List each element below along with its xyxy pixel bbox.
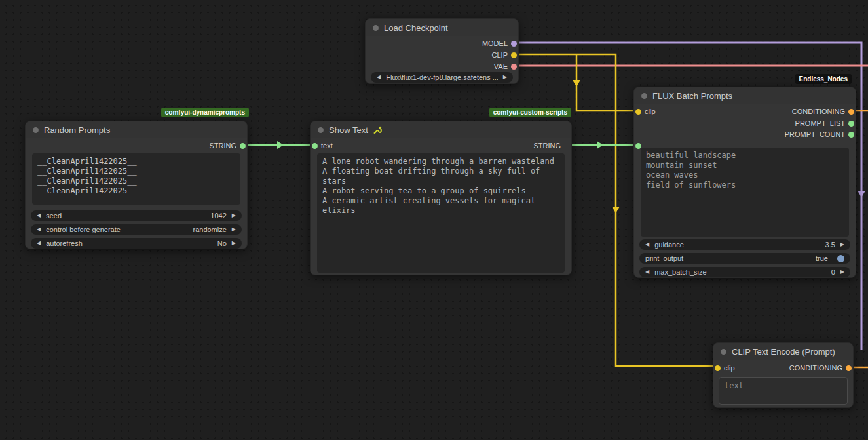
widget-label-max-batch-size: max_batch_size [654, 268, 707, 276]
output-label-clip: CLIP [492, 51, 508, 59]
wire-arrow-clip-1 [573, 80, 580, 87]
node-title: Load Checkpoint [384, 23, 448, 33]
node-badge-dynamicprompts: comfyui-dynamicprompts [161, 108, 249, 117]
prompt-text-area[interactable]: __CleanApril1422025__ __CleanApril142202… [32, 153, 240, 205]
node-title: Random Prompts [44, 125, 110, 135]
output-row-clip: CLIP [366, 50, 518, 60]
widget-value-guidance: 3.5 [825, 241, 835, 249]
node-flux-batch-prompts[interactable]: FLUX Batch Prompts clip CONDITIONING PRO… [633, 87, 856, 278]
io-row: text STRING [311, 140, 571, 151]
shown-text-area[interactable]: A lone robot wandering through a barren … [317, 153, 565, 273]
widget-label-control: control before generate [46, 226, 121, 233]
node-graph-canvas[interactable]: comfyui-dynamicprompts comfyui-custom-sc… [0, 0, 868, 440]
stepper-left-icon[interactable]: ◀ [37, 213, 41, 218]
collapse-icon[interactable] [641, 93, 647, 99]
node-header[interactable]: Show Text [311, 121, 571, 138]
output-port-string[interactable] [240, 143, 246, 149]
stepper-right-icon[interactable]: ▶ [840, 242, 844, 247]
output-port-vae[interactable] [511, 64, 517, 70]
node-header[interactable]: CLIP Text Encode (Prompt) [713, 343, 853, 360]
output-port-model[interactable] [511, 41, 517, 47]
io-row-clip-conditioning: clip CONDITIONING [713, 363, 853, 373]
output-port-prompt-count[interactable] [848, 132, 854, 138]
output-row-vae: VAE [366, 61, 518, 71]
node-random-prompts[interactable]: Random Prompts STRING __CleanApril142202… [25, 121, 248, 249]
widget-label-seed: seed [46, 212, 62, 220]
widget-label-autorefresh: autorefresh [46, 239, 83, 247]
node-show-text[interactable]: Show Text text STRING A lone robot wande… [310, 121, 572, 275]
collapse-icon[interactable] [373, 25, 379, 31]
output-label-string: STRING [209, 142, 236, 150]
stepper-left-icon[interactable]: ◀ [645, 270, 649, 275]
output-port-clip[interactable] [511, 52, 517, 58]
wire-arrow-string-1 [277, 141, 284, 149]
widget-value-seed: 1042 [210, 212, 226, 220]
output-port-conditioning[interactable] [846, 365, 852, 371]
input-port-clip[interactable] [635, 109, 641, 115]
node-title: CLIP Text Encode (Prompt) [732, 347, 835, 357]
stepper-right-icon[interactable]: ▶ [503, 75, 507, 80]
node-header[interactable]: FLUX Batch Prompts [634, 87, 856, 104]
input-port-clip[interactable] [715, 365, 721, 371]
encode-text-area[interactable]: text [719, 377, 848, 405]
output-row-prompt-list: PROMPT_LIST [634, 118, 856, 129]
node-badge-endless-nodes: Endless_Nodes [795, 74, 852, 84]
output-label-conditioning: CONDITIONING [789, 364, 842, 372]
widget-ckpt-name[interactable]: ◀ Flux\flux1-dev-fp8.large.safetens ... … [371, 72, 513, 83]
output-row-prompt-count: PROMPT_COUNT [634, 129, 856, 140]
node-load-checkpoint[interactable]: Load Checkpoint MODEL CLIP VAE ◀ Flux\fl… [365, 18, 519, 84]
stepper-right-icon[interactable]: ▶ [840, 270, 844, 275]
stepper-left-icon[interactable]: ◀ [37, 241, 41, 246]
stepper-left-icon[interactable]: ◀ [377, 75, 381, 80]
output-label-prompt-list: PROMPT_LIST [795, 119, 845, 127]
stepper-right-icon[interactable]: ▶ [232, 213, 236, 218]
output-label-model: MODEL [482, 39, 508, 47]
output-port-conditioning[interactable] [848, 109, 854, 115]
collapse-icon[interactable] [33, 127, 39, 133]
widget-value-autorefresh: No [217, 239, 227, 247]
widget-print-output[interactable]: print_output true [639, 253, 850, 264]
node-title: FLUX Batch Prompts [652, 91, 732, 101]
widget-value-control: randomize [193, 226, 226, 233]
node-badge-custom-scripts: comfyui-custom-scripts [489, 108, 571, 117]
widget-seed[interactable]: ◀ seed 1042 ▶ [31, 210, 242, 221]
node-header[interactable]: Random Prompts [26, 121, 247, 138]
node-header[interactable]: Load Checkpoint [366, 19, 518, 36]
collapse-icon[interactable] [721, 349, 726, 355]
input-port-text[interactable] [312, 143, 318, 149]
input-label-clip: clip [724, 364, 735, 372]
io-row-clip-conditioning: clip CONDITIONING [634, 106, 856, 117]
widget-label-print-output: print_output [645, 254, 683, 262]
wire-arrow-clip-2 [612, 207, 620, 213]
output-row-string: STRING [26, 140, 247, 151]
stepper-right-icon[interactable]: ▶ [232, 241, 236, 246]
widget-autorefresh[interactable]: ◀ autorefresh No ▶ [31, 238, 242, 249]
output-label-vae: VAE [494, 62, 508, 70]
input-label-clip: clip [645, 108, 656, 115]
wire-clip-branch[interactable] [576, 54, 639, 111]
output-row-model: MODEL [366, 38, 518, 49]
widget-value-print-output: true [816, 254, 828, 262]
node-title: Show Text [329, 125, 368, 135]
batch-prompts-text-area[interactable]: beautiful landscape mountain sunset ocea… [641, 148, 849, 237]
node-clip-text-encode[interactable]: CLIP Text Encode (Prompt) clip CONDITION… [713, 342, 854, 408]
stepper-left-icon[interactable]: ◀ [645, 242, 649, 247]
output-port-prompt-list[interactable] [848, 121, 854, 127]
toggle-on-icon[interactable] [837, 255, 844, 262]
widget-label-guidance: guidance [654, 241, 684, 249]
widget-guidance[interactable]: ◀ guidance 3.5 ▶ [639, 239, 850, 250]
widget-value-max-batch-size: 0 [831, 268, 835, 276]
output-port-string-grid-icon[interactable] [564, 143, 570, 149]
widget-control-before-generate[interactable]: ◀ control before generate randomize ▶ [31, 224, 242, 235]
stepper-right-icon[interactable]: ▶ [232, 227, 236, 232]
input-port-text[interactable] [635, 143, 641, 149]
output-label-conditioning: CONDITIONING [792, 108, 845, 115]
output-label-string: STRING [533, 142, 561, 150]
collapse-icon[interactable] [318, 127, 324, 133]
snake-icon [373, 126, 383, 134]
widget-max-batch-size[interactable]: ◀ max_batch_size 0 ▶ [639, 267, 850, 277]
output-label-prompt-count: PROMPT_COUNT [785, 130, 845, 138]
input-label-text: text [321, 142, 333, 150]
widget-value-ckpt: Flux\flux1-dev-fp8.large.safetens ... [386, 73, 498, 81]
stepper-left-icon[interactable]: ◀ [37, 227, 41, 232]
